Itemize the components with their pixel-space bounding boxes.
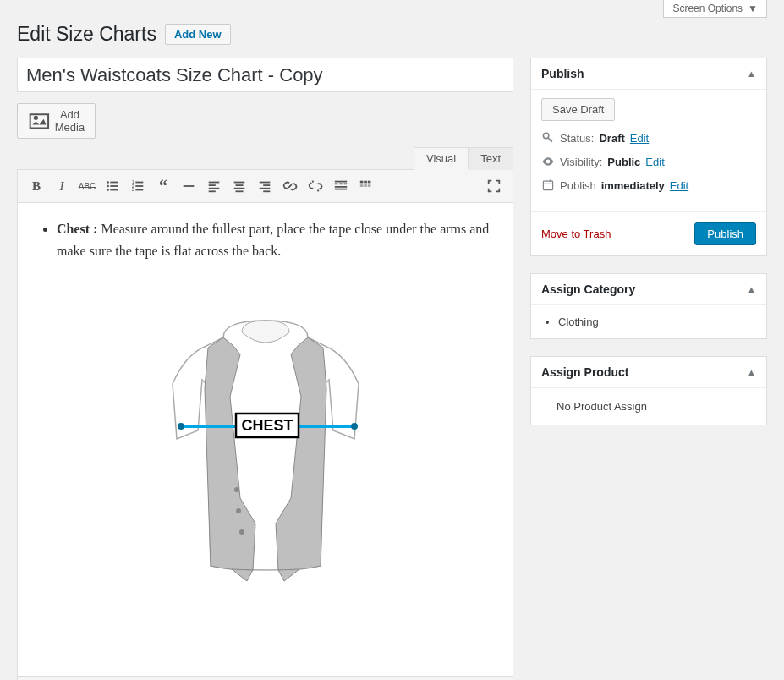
svg-point-39 [236,508,241,513]
svg-rect-16 [209,188,220,189]
svg-rect-22 [260,182,271,184]
svg-rect-2 [110,182,118,184]
svg-rect-29 [344,183,348,184]
svg-rect-8 [135,182,143,184]
bold-button[interactable]: B [25,174,48,198]
add-media-button[interactable]: Add Media [17,103,96,139]
svg-rect-35 [360,184,364,187]
svg-text:3: 3 [132,187,134,192]
italic-button[interactable]: I [50,174,74,198]
calendar-icon [541,178,555,192]
svg-rect-12 [135,189,143,191]
image-chest-label: CHEST [241,417,293,434]
svg-rect-46 [543,181,552,189]
editor-toolbar: B I ABC 123 “ [17,169,513,203]
svg-point-43 [351,423,358,430]
post-title-input[interactable] [17,58,513,92]
publish-button[interactable]: Publish [694,222,756,245]
dropdown-icon: ▼ [748,3,758,14]
svg-point-3 [107,185,109,188]
category-title: Assign Category [541,282,635,296]
svg-point-5 [107,189,109,191]
add-new-button[interactable]: Add New [165,24,231,45]
svg-point-40 [239,529,244,535]
category-item: Clothing [558,314,756,330]
svg-rect-6 [110,189,118,191]
svg-point-1 [107,181,109,184]
svg-rect-20 [234,188,245,189]
numbered-list-button[interactable]: 123 [126,174,150,198]
svg-rect-30 [335,186,347,188]
svg-rect-15 [209,184,216,186]
svg-point-38 [234,487,239,492]
save-draft-button[interactable]: Save Draft [541,98,615,121]
align-center-button[interactable] [228,174,251,198]
svg-rect-13 [184,185,195,187]
svg-rect-33 [364,181,367,184]
link-button[interactable] [278,174,302,198]
svg-rect-18 [234,182,245,184]
toolbar-toggle-button[interactable] [354,174,378,198]
strikethrough-button[interactable]: ABC [75,174,99,198]
editor-content-area[interactable]: Chest : Measure around the fullest part,… [17,203,513,677]
tab-visual[interactable]: Visual [414,147,469,170]
key-icon [541,131,555,145]
toggle-category-icon[interactable]: ▲ [747,284,756,294]
svg-rect-31 [335,189,347,190]
edit-publish-link[interactable]: Edit [670,179,688,192]
no-product-text: No Product Assign [541,397,756,416]
page-title: Edit Size Charts [17,23,156,46]
svg-rect-23 [263,184,270,186]
svg-rect-19 [236,184,244,186]
hr-button[interactable] [177,174,200,198]
content-bullet: Chest : Measure around the fullest part,… [57,218,492,261]
read-more-button[interactable] [329,174,353,198]
toggle-product-icon[interactable]: ▲ [747,367,756,377]
svg-point-42 [178,423,184,430]
publish-box: Publish ▲ Save Draft Status: Draft Edit … [530,58,767,256]
toggle-publish-icon[interactable]: ▲ [747,69,756,79]
svg-rect-25 [263,190,270,192]
svg-rect-36 [364,184,367,187]
svg-rect-37 [368,184,371,187]
media-icon [28,110,51,133]
product-box: Assign Product ▲ No Product Assign [530,356,767,425]
svg-rect-27 [335,183,338,184]
svg-rect-32 [360,181,364,184]
svg-rect-26 [335,181,347,183]
category-box: Assign Category ▲ Clothing [530,273,767,339]
waistcoat-image: CHEST [147,312,384,583]
add-media-label: Add Media [55,108,85,134]
svg-rect-21 [236,190,244,192]
svg-rect-24 [260,188,271,189]
svg-rect-10 [135,185,143,187]
bullet-text: Measure around the fullest part, place t… [57,222,489,258]
bullet-list-button[interactable] [101,174,124,198]
svg-point-45 [543,133,548,138]
screen-options-button[interactable]: Screen Options ▼ [663,0,767,18]
svg-rect-28 [339,183,343,184]
align-right-button[interactable] [253,174,277,198]
unlink-button[interactable] [304,174,327,198]
align-left-button[interactable] [202,174,226,198]
visibility-label: Visibility: [560,156,602,168]
move-to-trash-link[interactable]: Move to Trash [541,228,611,240]
status-value: Draft [599,132,624,145]
publish-value: immediately [601,179,665,192]
svg-rect-34 [368,181,371,184]
edit-status-link[interactable]: Edit [630,132,649,145]
tab-text[interactable]: Text [469,147,513,170]
publish-label: Publish [560,179,596,192]
fullscreen-button[interactable] [482,174,506,198]
svg-rect-17 [209,190,216,192]
publish-title: Publish [541,67,584,80]
edit-visibility-link[interactable]: Edit [645,156,664,168]
screen-options-label: Screen Options [672,3,743,14]
bullet-label: Chest : [57,222,97,236]
blockquote-button[interactable]: “ [151,174,175,198]
svg-rect-14 [209,182,220,184]
visibility-value: Public [607,156,640,168]
product-title: Assign Product [541,365,628,379]
svg-rect-4 [110,185,118,187]
svg-point-0 [34,115,38,119]
